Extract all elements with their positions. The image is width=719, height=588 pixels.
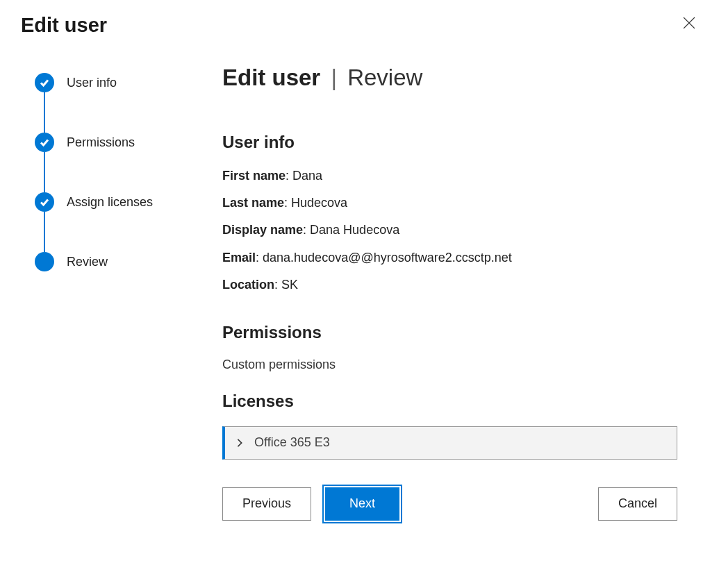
step-current-icon — [35, 252, 54, 271]
edit-user-dialog: Edit user User info Permissions — [0, 0, 719, 588]
wizard-footer: Previous Next Cancel — [222, 487, 677, 528]
dialog-title: Edit user — [21, 14, 107, 37]
step-connector — [44, 152, 45, 192]
email-label: Email — [222, 251, 256, 264]
location-value: SK — [281, 278, 298, 292]
main-panel: Edit user | Review User info First name:… — [222, 65, 698, 574]
permissions-heading: Permissions — [222, 323, 677, 342]
step-label: User info — [67, 76, 117, 90]
close-button[interactable] — [680, 14, 698, 32]
last-name-row: Last name: Hudecova — [222, 194, 677, 212]
step-complete-icon — [35, 73, 54, 92]
email-row: Email: dana.hudecova@@hyrosoftware2.ccsc… — [222, 249, 677, 267]
last-name-label: Last name — [222, 196, 284, 210]
page-title-separator: | — [331, 65, 337, 90]
page-title-sub: Review — [347, 65, 422, 90]
next-button[interactable]: Next — [325, 487, 399, 521]
first-name-value: Dana — [292, 169, 322, 183]
wizard-stepper: User info Permissions Assign licenses Re — [21, 65, 195, 574]
user-info-list: First name: Dana Last name: Hudecova Dis… — [222, 167, 677, 303]
first-name-row: First name: Dana — [222, 167, 677, 185]
user-info-heading: User info — [222, 133, 677, 152]
step-label: Assign licenses — [67, 195, 153, 210]
previous-button[interactable]: Previous — [222, 487, 311, 521]
step-connector — [44, 92, 45, 133]
email-value: dana.hudecova@@hyrosoftware2.ccsctp.net — [263, 251, 512, 264]
step-label: Review — [67, 255, 108, 269]
step-connector — [44, 212, 45, 252]
first-name-label: First name — [222, 169, 286, 183]
location-label: Location — [222, 278, 274, 292]
display-name-label: Display name — [222, 223, 303, 237]
step-complete-icon — [35, 192, 54, 212]
step-label: Permissions — [67, 135, 135, 150]
license-name: Office 365 E3 — [254, 435, 330, 450]
permissions-summary: Custom permissions — [222, 358, 677, 372]
chevron-right-icon — [235, 438, 245, 448]
close-icon — [683, 17, 695, 29]
dialog-body: User info Permissions Assign licenses Re — [21, 65, 698, 574]
license-expander[interactable]: Office 365 E3 — [222, 426, 677, 460]
page-title: Edit user | Review — [222, 65, 677, 91]
step-permissions[interactable]: Permissions — [35, 133, 195, 192]
page-title-main: Edit user — [222, 65, 320, 90]
dialog-header: Edit user — [21, 14, 698, 65]
step-assign-licenses[interactable]: Assign licenses — [35, 192, 195, 252]
step-user-info[interactable]: User info — [35, 73, 195, 133]
step-review[interactable]: Review — [35, 252, 195, 271]
last-name-value: Hudecova — [291, 196, 347, 210]
display-name-value: Dana Hudecova — [310, 223, 399, 237]
step-complete-icon — [35, 133, 54, 152]
display-name-row: Display name: Dana Hudecova — [222, 221, 677, 239]
licenses-heading: Licenses — [222, 392, 677, 411]
cancel-button[interactable]: Cancel — [598, 487, 677, 521]
location-row: Location: SK — [222, 276, 677, 294]
